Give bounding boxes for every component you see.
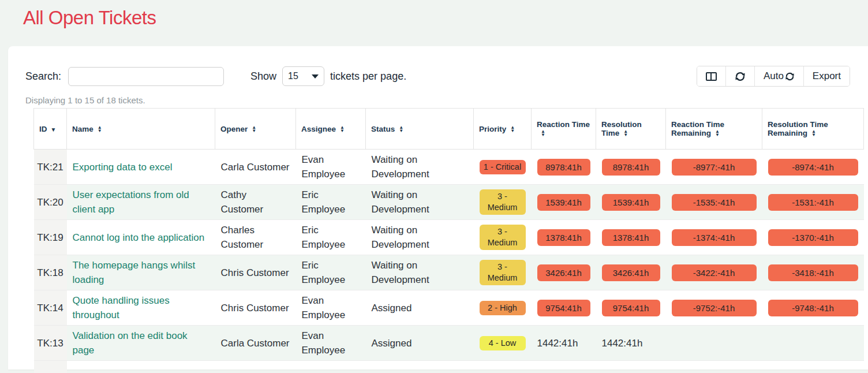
column-header-id[interactable]: ID▼ <box>34 109 67 150</box>
cell-resolution-remaining <box>762 326 864 361</box>
column-header-name[interactable]: Name▲▼ <box>67 109 215 150</box>
cell-assignee: Evan Employee <box>296 150 366 185</box>
cell-resolution-time: 3426:41h <box>596 255 666 290</box>
cell-ticket-name: The homepage hangs whilst loading <box>67 255 215 290</box>
cell-opener: Carla Customer <box>215 326 296 361</box>
cell-resolution-time: 1378:41h <box>596 220 666 255</box>
show-label: Show <box>250 70 276 83</box>
cell-assignee: Evan Employee <box>296 290 366 326</box>
cell-ticket-id: TK:20 <box>34 185 67 220</box>
cell-status: Assigned <box>366 326 474 361</box>
header-row: ID▼Name▲▼Opener▲▼Assignee▲▼Status▲▼Prior… <box>34 109 864 150</box>
column-label: Assignee <box>301 125 336 133</box>
cell-resolution-remaining: -8974:-41h <box>762 150 864 185</box>
ticket-row: TK:13Validation on the edit book pageCar… <box>34 326 864 361</box>
cell-ticket-name: Cannot log into the application <box>67 220 215 255</box>
cell-ticket-id: TK:14 <box>34 290 67 326</box>
cell-reaction-time: 8978:41h <box>532 150 596 185</box>
export-button[interactable]: Export <box>803 66 850 86</box>
cell-ticket-id: TK:21 <box>34 150 67 185</box>
ticket-name-link[interactable]: Cannot log into the application <box>73 232 205 243</box>
column-label: Resolution Time <box>601 120 642 137</box>
cell-reaction-time: 3426:41h <box>532 255 596 290</box>
sort-icon[interactable]: ▲▼ <box>623 130 628 137</box>
time-badge: 3426:41h <box>602 264 660 281</box>
ticket-row: TK:18The homepage hangs whilst loadingCh… <box>34 255 864 290</box>
column-header-resolution-time[interactable]: Resolution Time▲▼ <box>596 109 666 150</box>
table-actions: Auto Export <box>697 66 850 87</box>
time-badge: -1535:-41h <box>672 194 757 211</box>
cell-resolution-remaining: -1370:-41h <box>762 220 864 255</box>
cell-status: Waiting on Development <box>366 185 474 220</box>
column-label: Resolution Time Remaining <box>768 120 828 137</box>
time-value: 1442:41h <box>602 338 643 349</box>
search-input[interactable] <box>68 67 224 86</box>
ticket-name-link[interactable]: Exporting data to excel <box>73 162 173 173</box>
auto-refresh-button[interactable]: Auto <box>754 66 803 86</box>
time-badge: -8974:-41h <box>768 159 858 176</box>
time-badge: 1539:41h <box>537 194 590 211</box>
cell-ticket-id: TK:18 <box>34 255 67 290</box>
sort-icon[interactable]: ▲▼ <box>340 126 345 133</box>
sort-icon[interactable]: ▲▼ <box>541 130 545 137</box>
column-header-opener[interactable]: Opener▲▼ <box>215 109 296 150</box>
time-badge: 9754:41h <box>537 300 590 316</box>
time-badge: -3418:-41h <box>768 264 858 281</box>
refresh-button[interactable] <box>725 66 754 86</box>
sort-desc-icon[interactable]: ▼ <box>51 126 57 133</box>
cell-opener: Charles Customer <box>215 220 296 255</box>
toolbar: Search: Show 15 tickets per page. Auto <box>25 66 863 87</box>
refresh-icon <box>735 71 746 82</box>
time-badge: -1531:-41h <box>768 194 858 211</box>
cell-opener: Carla Customer <box>215 150 296 185</box>
ticket-name-link[interactable]: Validation on the edit book page <box>73 330 188 356</box>
column-label: Priority <box>479 125 506 133</box>
cell-priority: 3 - Medium <box>474 255 532 290</box>
toggle-columns-button[interactable] <box>697 66 725 86</box>
sort-icon[interactable]: ▲▼ <box>811 130 816 137</box>
sort-icon[interactable]: ▲▼ <box>98 126 102 133</box>
cell-reaction-time: 9754:41h <box>532 290 596 326</box>
ticket-name-link[interactable]: The homepage hangs whilst loading <box>73 260 196 285</box>
chevron-down-icon <box>312 74 319 79</box>
time-badge: -9752:-41h <box>672 300 757 316</box>
cell-ticket-name: Validation on the edit book page <box>67 326 215 361</box>
cell-resolution-time: 9754:41h <box>596 290 666 326</box>
column-header-priority[interactable]: Priority▲▼ <box>474 109 532 150</box>
sort-icon[interactable]: ▲▼ <box>715 130 720 137</box>
cell-assignee: Eric Employee <box>296 255 366 290</box>
cell-assignee: Eric Employee <box>296 220 366 255</box>
column-header-reaction-time[interactable]: Reaction Time▲▼ <box>532 109 596 150</box>
priority-badge: 3 - Medium <box>480 189 526 215</box>
ticket-row: TK:20User expectations from old client a… <box>34 185 864 220</box>
page-size-select[interactable]: 15 <box>282 66 324 86</box>
cell-ticket-id: TK:13 <box>34 326 67 361</box>
time-badge: 8978:41h <box>537 159 590 176</box>
cell-reaction-remaining <box>666 326 762 361</box>
column-header-reaction-time-remaining[interactable]: Reaction Time Remaining▲▼ <box>666 109 762 150</box>
ticket-name-link[interactable]: User expectations from old client app <box>73 189 189 215</box>
cell-priority: 3 - Medium <box>474 220 532 255</box>
sort-icon[interactable]: ▲▼ <box>399 126 403 133</box>
cell-ticket-name: User expectations from old client app <box>67 185 215 220</box>
cell-assignee: Evan Employee <box>296 326 366 361</box>
priority-badge: 1 - Critical <box>480 160 526 174</box>
column-header-status[interactable]: Status▲▼ <box>366 109 474 150</box>
sort-icon[interactable]: ▲▼ <box>252 126 256 133</box>
cell-reaction-remaining: -9752:-41h <box>666 290 762 326</box>
table-body: TK:21Exporting data to excelCarla Custom… <box>34 150 864 373</box>
search-label: Search: <box>25 70 61 83</box>
cell-reaction-remaining: -1535:-41h <box>666 185 762 220</box>
cell-resolution-remaining: -9748:-41h <box>762 290 864 326</box>
cell-opener: Cathy Customer <box>215 185 296 220</box>
cell-ticket-name: Exporting data to excel <box>67 150 215 185</box>
column-header-assignee[interactable]: Assignee▲▼ <box>296 109 366 150</box>
cell-ticket-id: TK:19 <box>34 220 67 255</box>
cell-priority: 2 - High <box>474 290 532 326</box>
ticket-name-link[interactable]: Quote handling issues throughout <box>73 295 170 320</box>
sort-icon[interactable]: ▲▼ <box>510 126 515 133</box>
column-header-resolution-time-remaining[interactable]: Resolution Time Remaining▲▼ <box>762 109 864 150</box>
cell-priority: 3 - Medium <box>474 185 532 220</box>
cell-ticket-name: Quote handling issues throughout <box>67 290 215 326</box>
cell-priority: 1 - Critical <box>474 150 532 185</box>
